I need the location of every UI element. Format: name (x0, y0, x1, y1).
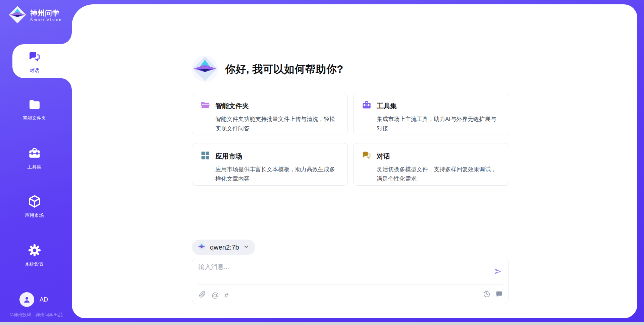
model-selector[interactable]: qwen2:7b (192, 240, 255, 255)
history-button[interactable] (483, 290, 490, 300)
at-sign-icon: @ (212, 291, 219, 299)
attach-file-button[interactable] (199, 291, 206, 300)
sidebar-item-smart-folder[interactable]: 智能文件夹 (0, 98, 69, 121)
card-toolset[interactable]: 工具集 集成市场上主流工具，助力AI与外界无缝扩展与对接 (353, 93, 509, 135)
model-diamond-icon (197, 242, 206, 252)
card-chat[interactable]: 对话 灵活切换多模型文件，支持多样回复效果调试，满足个性化需求 (353, 143, 509, 186)
mention-button[interactable]: @ (212, 291, 219, 299)
chat-bubbles-icon (362, 150, 372, 162)
folder-icon (28, 98, 41, 112)
message-input[interactable] (198, 263, 487, 282)
composer-divider (198, 284, 503, 285)
card-title: 智能文件夹 (215, 102, 249, 111)
brand-diamond-icon (8, 5, 27, 25)
avatar (19, 292, 34, 307)
history-clock-icon (483, 290, 490, 300)
greeting-title: 你好, 我可以如何帮助你? (225, 62, 343, 76)
sidebar-item-label: 应用市场 (25, 212, 44, 218)
sidebar-item-label: 对话 (30, 68, 39, 74)
cube-icon (28, 194, 42, 209)
horizontal-scrollbar[interactable] (0, 322, 644, 325)
user-profile[interactable]: AD (19, 292, 48, 307)
briefcase-icon (362, 100, 372, 112)
briefcase-icon (28, 147, 41, 161)
brand-subtitle: Smart Vision (30, 18, 62, 22)
new-chat-button[interactable] (495, 290, 503, 300)
sidebar-item-app-market[interactable]: 应用市场 (0, 194, 69, 218)
gear-icon (28, 243, 42, 258)
card-description: 集成市场上主流工具，助力AI与外界无缝扩展与对接 (377, 115, 499, 133)
user-name: AD (40, 296, 48, 303)
chevron-down-icon (243, 244, 249, 251)
comment-icon (495, 290, 503, 300)
card-description: 应用市场提供丰富长文本模板，助力高效生成多样化文章内容 (215, 165, 338, 183)
chat-bubbles-icon (28, 50, 41, 65)
sidebar-item-label: 系统设置 (25, 261, 44, 267)
card-description: 智能文件夹功能支持批量文件上传与清洗，轻松实现文件问答 (215, 115, 338, 133)
feature-cards: 智能文件夹 智能文件夹功能支持批量文件上传与清洗，轻松实现文件问答 工具集 集成… (192, 93, 509, 186)
sidebar-item-label: 工具集 (28, 164, 42, 170)
assistant-diamond-icon (192, 55, 218, 84)
brand-name: 神州问学 (30, 9, 62, 17)
folder-open-icon (200, 100, 210, 112)
card-description: 灵活切换多模型文件，支持多样回复效果调试，满足个性化需求 (377, 165, 499, 183)
card-smart-folder[interactable]: 智能文件夹 智能文件夹功能支持批量文件上传与清洗，轻松实现文件问答 (192, 93, 348, 135)
sidebar: 神州问学 Smart Vision 对话 智能文件夹 (0, 0, 72, 325)
hash-icon: # (224, 291, 228, 299)
greeting-block: 你好, 我可以如何帮助你? (192, 55, 343, 84)
card-app-market[interactable]: 应用市场 应用市场提供丰富长文本模板，助力高效生成多样化文章内容 (192, 143, 348, 186)
model-name: qwen2:7b (210, 244, 239, 251)
sidebar-item-label: 智能文件夹 (23, 115, 46, 121)
card-title: 工具集 (377, 102, 397, 111)
sidebar-item-toolset[interactable]: 工具集 (0, 147, 69, 170)
brand-logo: 神州问学 Smart Vision (8, 5, 62, 25)
topic-button[interactable]: # (224, 291, 228, 299)
card-title: 对话 (377, 152, 390, 161)
send-button[interactable] (493, 266, 503, 276)
copyright-text: ©神州数码 · 神州问学出品 (4, 312, 68, 318)
paperclip-icon (199, 291, 206, 300)
grid-icon (200, 150, 210, 162)
card-title: 应用市场 (215, 152, 242, 161)
sidebar-item-settings[interactable]: 系统设置 (0, 243, 69, 267)
message-composer: @ # (192, 258, 508, 304)
sidebar-item-chat[interactable]: 对话 (0, 50, 69, 74)
